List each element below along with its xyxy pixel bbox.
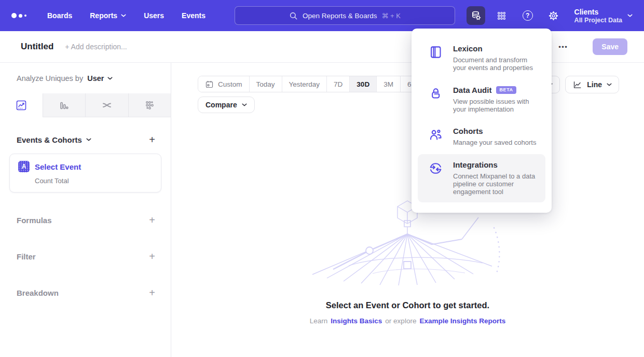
analyze-by-label: Analyze Uniques by — [17, 74, 83, 83]
menu-item-lexicon[interactable]: Lexicon Document and transform your even… — [418, 38, 545, 78]
query-builder-sidebar: Analyze Uniques by User — [0, 63, 171, 357]
add-formula-button[interactable]: + — [149, 215, 155, 225]
chevron-down-icon — [107, 77, 113, 80]
global-search-input[interactable]: Open Reports & Boards ⌘ + K — [235, 6, 455, 25]
tab-insights-line[interactable] — [0, 93, 43, 117]
analyze-by-selector[interactable]: User — [87, 74, 113, 83]
aggregation-selector[interactable]: Count Total — [35, 177, 153, 185]
tab-metrics[interactable] — [128, 93, 171, 117]
breakdown-section: Breakdown + — [0, 274, 171, 311]
bar-chart-tab-icon — [58, 99, 70, 112]
gear-icon — [548, 10, 559, 21]
events-cohorts-toggle[interactable]: Events & Cohorts — [17, 135, 91, 144]
report-canvas: Custom Today Yesterday 7D 30D 3M 6M Line — [171, 63, 644, 357]
nav-boards[interactable]: Boards — [47, 11, 72, 20]
range-custom[interactable]: Custom — [198, 76, 249, 92]
help-button[interactable]: ? — [518, 6, 537, 25]
beta-badge: BETA — [496, 86, 516, 94]
top-nav: Boards Reports Users Events Open Reports… — [0, 0, 644, 31]
range-3m[interactable]: 3M — [376, 76, 400, 92]
search-shortcut: ⌘ + K — [381, 12, 401, 20]
compare-button[interactable]: Compare — [198, 97, 255, 113]
chevron-down-icon — [86, 138, 91, 141]
calendar-icon — [205, 80, 214, 89]
range-yesterday[interactable]: Yesterday — [282, 76, 327, 92]
add-filter-button[interactable]: + — [149, 251, 155, 262]
lexicon-book-icon — [429, 45, 443, 59]
empty-state-prefix: Learn — [310, 317, 328, 325]
cohorts-people-icon — [429, 128, 443, 142]
ellipsis-icon: ••• — [558, 43, 568, 51]
flow-tab-icon — [101, 99, 113, 112]
add-breakdown-button[interactable]: + — [149, 287, 155, 298]
filter-section: Filter + — [0, 238, 171, 274]
project-selector[interactable]: Clients All Project Data — [574, 8, 633, 24]
chevron-down-icon — [607, 83, 612, 86]
metrics-tab-icon — [143, 99, 156, 112]
chart-type-selector[interactable]: Line — [565, 76, 619, 93]
chevron-down-icon — [242, 103, 247, 106]
mixpanel-logo-icon[interactable] — [11, 13, 26, 18]
formulas-section: Formulas + — [0, 202, 171, 238]
insights-basics-link[interactable]: Insights Basics — [331, 317, 382, 325]
tab-flow-chart[interactable] — [85, 93, 128, 117]
menu-item-data-audit[interactable]: Data Audit BETA View possible issues wit… — [418, 79, 545, 120]
org-name: Clients — [574, 8, 622, 16]
grid-dots-icon — [496, 10, 507, 21]
data-management-button[interactable] — [467, 6, 485, 25]
help-icon: ? — [523, 10, 533, 21]
menu-item-integrations[interactable]: Integrations Connect Mixpanel to a data … — [418, 154, 545, 202]
search-icon — [289, 11, 298, 20]
line-chart-tab-icon — [15, 99, 28, 112]
visualization-tabs — [0, 93, 171, 117]
line-chart-icon — [572, 80, 582, 90]
empty-state-middle: or explore — [385, 317, 416, 325]
database-gear-icon — [470, 10, 482, 21]
range-today[interactable]: Today — [249, 76, 282, 92]
event-series-badge: A — [18, 161, 30, 172]
chevron-down-icon — [121, 14, 126, 17]
integrations-sync-icon — [429, 161, 443, 175]
empty-state-title: Select an Event or Cohort to get started… — [171, 300, 644, 310]
date-range-control: Custom Today Yesterday 7D 30D 3M 6M — [198, 76, 424, 92]
nav-events[interactable]: Events — [182, 11, 205, 20]
nav-users[interactable]: Users — [144, 11, 164, 20]
save-button[interactable]: Save — [593, 38, 627, 55]
menu-item-cohorts[interactable]: Cohorts Manage your saved cohorts — [418, 120, 545, 153]
nav-reports[interactable]: Reports — [90, 11, 126, 20]
add-description-field[interactable]: + Add description... — [65, 43, 127, 51]
chevron-down-icon — [627, 14, 633, 17]
report-title[interactable]: Untitled — [21, 42, 53, 52]
example-reports-link[interactable]: Example Insights Reports — [419, 317, 505, 325]
select-event-link[interactable]: Select Event — [35, 162, 81, 171]
data-management-menu: Lexicon Document and transform your even… — [412, 29, 552, 213]
event-card[interactable]: A Select Event Count Total — [9, 154, 161, 193]
project-name: All Project Data — [574, 17, 622, 24]
range-30d[interactable]: 30D — [349, 76, 376, 92]
more-options-button[interactable]: ••• — [554, 38, 572, 56]
data-audit-icon — [429, 87, 443, 101]
add-event-button[interactable]: + — [149, 134, 155, 145]
tab-bar-chart[interactable] — [43, 93, 86, 117]
apps-grid-button[interactable] — [492, 6, 511, 25]
range-7d[interactable]: 7D — [326, 76, 349, 92]
settings-button[interactable] — [544, 6, 563, 25]
